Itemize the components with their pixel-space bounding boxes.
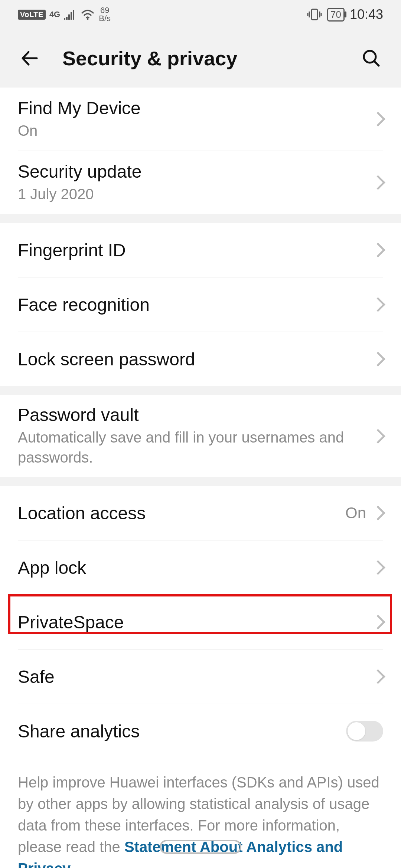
row-share-analytics: Share analytics [0, 704, 401, 758]
row-face-recognition[interactable]: Face recognition [0, 277, 401, 332]
settings-group: Location access On App lock PrivateSpace… [0, 486, 401, 868]
row-title: PrivateSpace [18, 612, 373, 632]
row-privatespace[interactable]: PrivateSpace [0, 595, 401, 649]
svg-rect-1 [312, 9, 317, 20]
back-button[interactable] [18, 46, 42, 70]
row-location-access[interactable]: Location access On [0, 486, 401, 540]
chevron-right-icon [371, 243, 385, 257]
row-sub: Automatically save and fill in your user… [18, 427, 373, 467]
app-header: Security & privacy [0, 29, 401, 88]
row-title: Lock screen password [18, 349, 373, 369]
page-title: Security & privacy [62, 47, 359, 70]
row-app-lock[interactable]: App lock [0, 540, 401, 595]
row-title: Location access [18, 503, 345, 523]
chevron-right-icon [371, 297, 385, 312]
row-title: Password vault [18, 405, 373, 425]
chevron-right-icon [371, 352, 385, 366]
chevron-right-icon [371, 615, 385, 629]
row-title: Safe [18, 667, 373, 687]
row-lock-screen-password[interactable]: Lock screen password [0, 332, 401, 386]
row-title: App lock [18, 558, 373, 578]
row-sub: 1 July 2020 [18, 184, 373, 204]
network-speed: 69 B/s [99, 6, 111, 23]
search-button[interactable] [359, 46, 383, 70]
chevron-right-icon [371, 175, 385, 190]
chevron-right-icon [371, 506, 385, 520]
chevron-right-icon [371, 429, 385, 444]
battery-indicator: 70 [327, 8, 345, 22]
settings-group: Find My Device On Security update 1 July… [0, 88, 401, 214]
wifi-icon [80, 9, 95, 20]
status-bar: VoLTE 4G 69 B/s 70 10:43 [0, 0, 401, 29]
nav-pill[interactable] [160, 840, 241, 854]
search-icon [361, 48, 382, 69]
row-find-my-device[interactable]: Find My Device On [0, 88, 401, 151]
vibrate-icon [307, 8, 322, 21]
row-title: Security update [18, 161, 373, 182]
row-fingerprint-id[interactable]: Fingerprint ID [0, 223, 401, 277]
volte-badge: VoLTE [18, 10, 46, 20]
row-title: Find My Device [18, 98, 373, 118]
row-title: Share analytics [18, 721, 346, 742]
row-title: Fingerprint ID [18, 240, 373, 260]
row-value: On [345, 504, 366, 522]
clock: 10:43 [350, 7, 383, 22]
chevron-right-icon [371, 112, 385, 126]
row-title: Face recognition [18, 295, 373, 315]
row-safe[interactable]: Safe [0, 650, 401, 704]
row-sub: On [18, 121, 373, 141]
share-analytics-toggle[interactable] [346, 721, 383, 742]
svg-point-0 [87, 18, 89, 20]
arrow-left-icon [19, 47, 40, 69]
signal-icon [64, 9, 76, 20]
row-security-update[interactable]: Security update 1 July 2020 [0, 151, 401, 214]
settings-group: Password vault Automatically save and fi… [0, 395, 401, 477]
chevron-right-icon [371, 669, 385, 684]
chevron-right-icon [371, 560, 385, 575]
network-type: 4G [49, 10, 60, 19]
settings-group: Fingerprint ID Face recognition Lock scr… [0, 223, 401, 386]
row-password-vault[interactable]: Password vault Automatically save and fi… [0, 395, 401, 477]
